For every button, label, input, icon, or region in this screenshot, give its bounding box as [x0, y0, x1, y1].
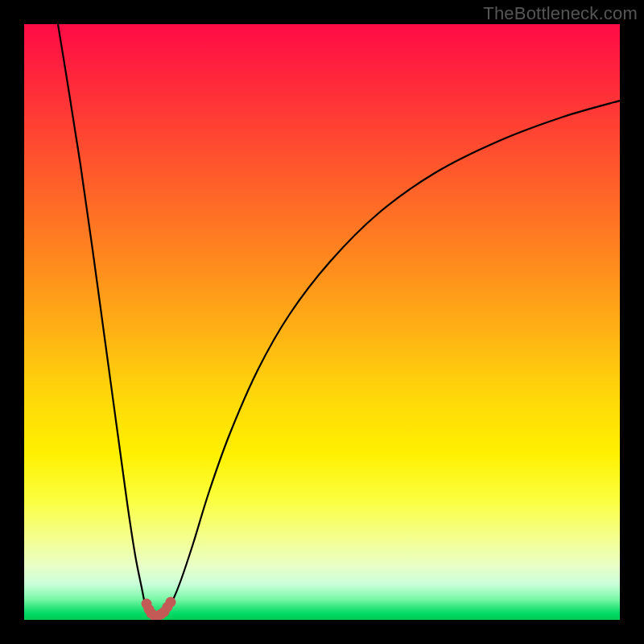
dip-marker-group	[142, 597, 176, 621]
watermark-text: TheBottleneck.com	[483, 3, 638, 24]
chart-frame: TheBottleneck.com	[0, 0, 644, 644]
bottleneck-curve	[58, 24, 620, 616]
dip-marker	[166, 597, 176, 608]
curve-layer	[24, 24, 620, 620]
plot-area	[24, 24, 620, 620]
